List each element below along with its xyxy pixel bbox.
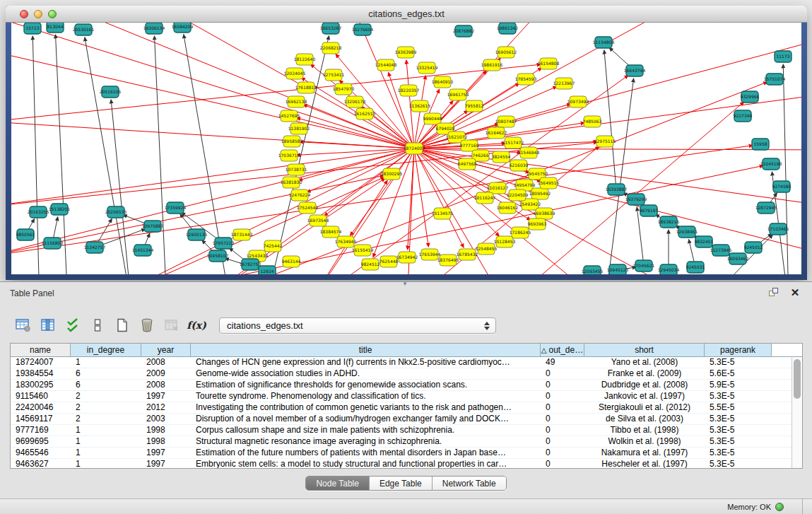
graph-node-label: 20163255 bbox=[28, 209, 49, 214]
graph-node-label: 12548455 bbox=[476, 246, 498, 251]
delete-columns-icon[interactable] bbox=[138, 316, 156, 334]
show-columns-icon[interactable] bbox=[39, 316, 57, 334]
table-scrollbar-thumb[interactable] bbox=[794, 359, 801, 399]
table-cell: 5.3E-5 bbox=[705, 357, 772, 368]
new-column-icon-glyph bbox=[116, 318, 129, 332]
table-cell: Wolkin et al. (1998) bbox=[584, 436, 705, 447]
table-cell: Dudbridge et al. (2008) bbox=[584, 380, 705, 390]
float-panel-icon[interactable] bbox=[768, 287, 779, 298]
table-selector-value: citations_edges.txt bbox=[227, 320, 303, 331]
graph-node-label: 18938216 bbox=[658, 219, 680, 224]
table-cell: Estimation of significance thresholds fo… bbox=[191, 380, 541, 390]
table-cell: 2008 bbox=[141, 357, 191, 368]
column-header-title[interactable]: title bbox=[191, 344, 541, 356]
table-row[interactable]: 977716911998Corpus callosum shape and si… bbox=[11, 425, 802, 436]
graph-node-label: 16973548 bbox=[307, 218, 329, 223]
citation-edge-red[interactable] bbox=[11, 23, 414, 148]
table-cell: 2003 bbox=[141, 414, 191, 424]
citation-edge-red[interactable] bbox=[11, 148, 414, 206]
status-bar-divider bbox=[802, 499, 803, 514]
table-row[interactable]: 1830029562008Estimation of significance … bbox=[11, 380, 802, 391]
minimize-window-button[interactable] bbox=[34, 10, 42, 18]
table-row[interactable]: 969969511998Structural magnetic resonanc… bbox=[11, 436, 802, 448]
tab-edge-table[interactable]: Edge Table bbox=[370, 477, 433, 490]
graph-node-label: 12213967 bbox=[553, 81, 575, 86]
table-body: 1872400712008Changes of HCN gene express… bbox=[11, 357, 802, 469]
graph-node-label: 15493422 bbox=[519, 201, 541, 206]
graph-node-label: 11273945 bbox=[710, 247, 732, 252]
table-cell: 2008 bbox=[141, 380, 191, 390]
graph-node-label: 13325419 bbox=[416, 65, 438, 70]
close-window-button[interactable] bbox=[20, 10, 28, 18]
network-graph[interactable]: 1872400718300295181226401202404517618813… bbox=[11, 23, 801, 274]
graph-node-label: 11045198 bbox=[760, 161, 782, 166]
citation-edge-red[interactable] bbox=[11, 175, 384, 256]
zoom-window-button[interactable] bbox=[48, 10, 57, 18]
delete-table-icon[interactable] bbox=[163, 316, 181, 334]
column-header-year[interactable]: year bbox=[141, 344, 191, 356]
graph-node-label: 11451344 bbox=[132, 247, 154, 252]
column-header-out-de-[interactable]: △out_de… bbox=[541, 344, 584, 356]
table-row[interactable]: 946554611997Estimation of the future num… bbox=[11, 448, 802, 459]
table-row[interactable]: 1938455462009Genome-wide association stu… bbox=[11, 368, 802, 380]
memory-status-indicator[interactable] bbox=[775, 503, 784, 511]
graph-node-label: 10958107 bbox=[207, 253, 229, 258]
network-view-window: citations_edges.txt 18724007183002951812… bbox=[6, 6, 807, 280]
graph-node-label: 10973493 bbox=[567, 99, 589, 104]
column-header-short[interactable]: short bbox=[584, 344, 705, 356]
table-scrollbar-track[interactable] bbox=[792, 358, 802, 468]
graph-node-label: 15649516 bbox=[538, 180, 560, 185]
table-row[interactable]: 1872400712008Changes of HCN gene express… bbox=[11, 357, 802, 368]
network-canvas[interactable]: 1872400718300295181226401202404517618813… bbox=[11, 23, 801, 274]
clear-selection-icon-glyph bbox=[93, 318, 102, 332]
table-selector-dropdown[interactable]: citations_edges.txt bbox=[219, 317, 496, 334]
table-cell: Genome-wide association studies in ADHD. bbox=[191, 368, 541, 379]
graph-node-label: 15138201 bbox=[49, 206, 71, 211]
select-all-icon[interactable] bbox=[64, 316, 82, 334]
citation-edge-black[interactable] bbox=[155, 36, 167, 274]
table-header-row: namein_degreeyeartitle△out_de…shortpager… bbox=[11, 344, 802, 357]
tab-network-table[interactable]: Network Table bbox=[433, 477, 506, 490]
tab-node-table[interactable]: Node Table bbox=[306, 477, 370, 490]
column-header-in-degree[interactable]: in_degree bbox=[71, 344, 141, 356]
window-titlebar[interactable]: citations_edges.txt bbox=[6, 6, 807, 23]
citation-edge-red[interactable] bbox=[11, 122, 414, 148]
table-mode-icon[interactable] bbox=[14, 316, 33, 334]
graph-node-label: 16162515 bbox=[354, 111, 376, 116]
graph-node-label: 12872945 bbox=[755, 205, 777, 210]
table-cell: 9465546 bbox=[11, 448, 71, 458]
graph-node-label: 18724007 bbox=[404, 146, 425, 151]
graph-node-label: 16154808 bbox=[538, 61, 560, 66]
table-row[interactable]: 911546021997Tourette syndrome. Phenomeno… bbox=[11, 391, 802, 402]
graph-node-label: 15134571 bbox=[432, 211, 454, 216]
new-column-icon[interactable] bbox=[113, 316, 131, 334]
graph-node-label: 11362615 bbox=[409, 103, 431, 108]
function-builder-icon[interactable]: f(x) bbox=[187, 316, 206, 334]
citation-edge-red[interactable] bbox=[160, 23, 414, 148]
graph-node-label: 15128453 bbox=[494, 239, 516, 244]
column-header-pagerank[interactable]: pagerank bbox=[705, 344, 772, 356]
table-cell: Franke et al. (2009) bbox=[584, 368, 705, 379]
sort-ascending-icon: △ bbox=[541, 346, 547, 354]
table-row[interactable]: 946362711997Embryonic stem cells: a mode… bbox=[11, 459, 802, 469]
table-cell: 49 bbox=[541, 357, 584, 368]
citation-edge-black[interactable] bbox=[783, 64, 789, 274]
citation-edge-black[interactable] bbox=[604, 50, 616, 189]
close-panel-icon[interactable]: ✕ bbox=[789, 287, 801, 298]
clear-selection-icon[interactable] bbox=[88, 316, 107, 334]
citation-edge-red[interactable] bbox=[297, 118, 414, 148]
table-row[interactable]: 1456911722003Disruption of a novel membe… bbox=[11, 414, 802, 425]
window-controls bbox=[20, 10, 57, 18]
graph-node-label: 16046162 bbox=[497, 205, 519, 210]
graph-node-label: 10975887 bbox=[142, 223, 164, 228]
table-cell: 5.3E-5 bbox=[705, 391, 772, 402]
column-header-name[interactable]: name bbox=[11, 344, 71, 356]
table-cell: 18724007 bbox=[11, 357, 71, 368]
table-row[interactable]: 2242004622012Investigating the contribut… bbox=[11, 402, 802, 414]
graph-node-label: 7485063 bbox=[583, 119, 602, 124]
table-cell: 18300295 bbox=[11, 380, 71, 390]
graph-node-label: 9777169 bbox=[460, 143, 479, 148]
table-cell: 5.3E-5 bbox=[705, 414, 772, 424]
citation-edge-red[interactable] bbox=[297, 148, 414, 155]
table-cell: 0 bbox=[541, 391, 584, 402]
